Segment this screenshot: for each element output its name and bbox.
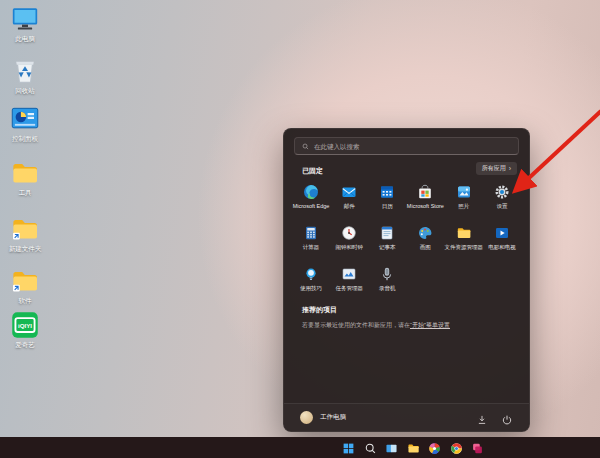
all-apps-label: 所有应用	[482, 164, 506, 173]
pinned-app-settings[interactable]: 设置	[483, 181, 521, 220]
pinned-app-photos[interactable]: 照片	[444, 181, 483, 220]
desktop-icon-iqiyi[interactable]: iQIYI爱奇艺	[2, 310, 48, 348]
iqiyi-icon: iQIYI	[10, 310, 40, 340]
desktop-icon-label: 工具	[19, 189, 32, 196]
paint-icon	[417, 225, 433, 241]
pinned-app-label: 闹钟和时钟	[335, 244, 363, 251]
all-apps-button[interactable]: 所有应用 ›	[476, 162, 517, 175]
desktop-icon-label: 此电脑	[15, 35, 35, 42]
svg-text:iQIYI: iQIYI	[18, 322, 32, 329]
pinned-app-calendar[interactable]: 日历	[368, 181, 406, 220]
folder_shortcut-icon	[10, 266, 40, 296]
desktop-icon-label: 爱奇艺	[15, 341, 35, 348]
pinned-app-label: 日历	[382, 203, 393, 210]
pinned-app-taskmgr[interactable]: 任务管理器	[330, 263, 368, 302]
taskbar-start-icon[interactable]	[342, 441, 355, 454]
pinned-app-notepad[interactable]: 记事本	[368, 222, 406, 261]
desktop-icon-label: 控制面板	[12, 135, 38, 142]
pinned-app-label: 使用技巧	[300, 285, 322, 292]
folder-icon	[10, 158, 40, 188]
taskbar-task-view-icon[interactable]	[385, 441, 398, 454]
pinned-app-paint[interactable]: 画图	[406, 222, 444, 261]
explorer-icon	[456, 225, 472, 241]
user-name: 工作电脑	[320, 413, 346, 422]
movies-icon	[494, 225, 510, 241]
edge-icon	[303, 184, 319, 200]
taskbar-search-icon[interactable]	[364, 441, 377, 454]
pinned-app-edge[interactable]: Microsoft Edge	[292, 181, 330, 220]
start-menu: 已固定 所有应用 › Microsoft Edge邮件日历Microsoft S…	[283, 128, 530, 432]
pinned-app-label: 记事本	[379, 244, 396, 251]
taskbar-chrome-icon[interactable]	[450, 441, 463, 454]
settings-icon	[494, 184, 510, 200]
clock-icon	[341, 225, 357, 241]
pinned-app-movies[interactable]: 电影和电视	[483, 222, 521, 261]
pinned-app-label: 照片	[458, 203, 469, 210]
recommended-section-header: 推荐的项目	[302, 305, 337, 315]
pinned-app-label: 邮件	[344, 203, 355, 210]
user-avatar[interactable]	[300, 411, 313, 424]
desktop-icon-blueapp[interactable]: 控制面板	[2, 104, 48, 142]
desktop-icon-recycle[interactable]: 回收站	[2, 56, 48, 94]
recommended-text: 若要显示最近使用的文件和新应用，请在	[302, 322, 410, 328]
recycle-icon	[10, 56, 40, 86]
start-search-input[interactable]	[314, 143, 511, 150]
store-icon	[417, 184, 433, 200]
pinned-app-clock[interactable]: 闹钟和时钟	[330, 222, 368, 261]
taskbar-colorful-wheel-icon[interactable]	[428, 441, 441, 454]
pc-icon	[10, 4, 40, 34]
taskmgr-icon	[341, 266, 357, 282]
calculator-icon	[303, 225, 319, 241]
desktop-icon-folder_shortcut[interactable]: 新建文件夹	[2, 214, 48, 252]
desktop-icon-label: 软件	[19, 297, 32, 304]
notepad-icon	[379, 225, 395, 241]
pinned-app-label: 任务管理器	[335, 285, 363, 292]
pinned-app-label: 电影和电视	[488, 244, 516, 251]
recommended-empty-text: 若要显示最近使用的文件和新应用，请在“开始”菜单设置	[302, 321, 515, 330]
search-icon	[302, 143, 309, 150]
pinned-app-mail[interactable]: 邮件	[330, 181, 368, 220]
pinned-app-label: Microsoft Store	[407, 203, 444, 209]
pinned-app-label: 设置	[496, 203, 507, 210]
update-and-restart-icon[interactable]	[476, 412, 488, 424]
pinned-app-label: 文件资源管理器	[444, 244, 483, 251]
photos-icon	[456, 184, 472, 200]
start-user-bar: 工作电脑	[284, 403, 529, 431]
pinned-app-label: 计算器	[303, 244, 320, 251]
start-settings-link[interactable]: “开始”菜单设置	[410, 322, 450, 328]
taskbar-file-explorer-icon[interactable]	[407, 441, 420, 454]
pinned-section-header: 已固定	[302, 166, 323, 176]
taskbar-icons	[342, 441, 484, 454]
pinned-app-label: 录音机	[379, 285, 396, 292]
calendar-icon	[379, 184, 395, 200]
desktop-icon-folder_shortcut[interactable]: 软件	[2, 266, 48, 304]
blueapp-icon	[10, 104, 40, 134]
taskbar-pink-app-icon[interactable]	[471, 441, 484, 454]
desktop-icon-folder[interactable]: 工具	[2, 158, 48, 196]
pinned-app-label: Microsoft Edge	[293, 203, 330, 209]
start-search-box[interactable]	[294, 137, 519, 155]
pinned-app-recorder[interactable]: 录音机	[368, 263, 406, 302]
folder_shortcut-icon	[10, 214, 40, 244]
mail-icon	[341, 184, 357, 200]
desktop-icon-label: 新建文件夹	[9, 245, 42, 252]
recorder-icon	[379, 266, 395, 282]
chevron-right-icon: ›	[509, 165, 511, 172]
pinned-apps-grid: Microsoft Edge邮件日历Microsoft Store照片设置计算器…	[292, 181, 521, 302]
taskbar	[0, 437, 600, 458]
pinned-app-calculator[interactable]: 计算器	[292, 222, 330, 261]
pinned-app-explorer[interactable]: 文件资源管理器	[444, 222, 483, 261]
desktop-icon-pc[interactable]: 此电脑	[2, 4, 48, 42]
power-icon[interactable]	[501, 412, 513, 424]
pinned-app-store[interactable]: Microsoft Store	[406, 181, 444, 220]
pinned-app-tips[interactable]: 使用技巧	[292, 263, 330, 302]
tips-icon	[303, 266, 319, 282]
pinned-app-label: 画图	[420, 244, 431, 251]
desktop-icon-label: 回收站	[15, 87, 35, 94]
